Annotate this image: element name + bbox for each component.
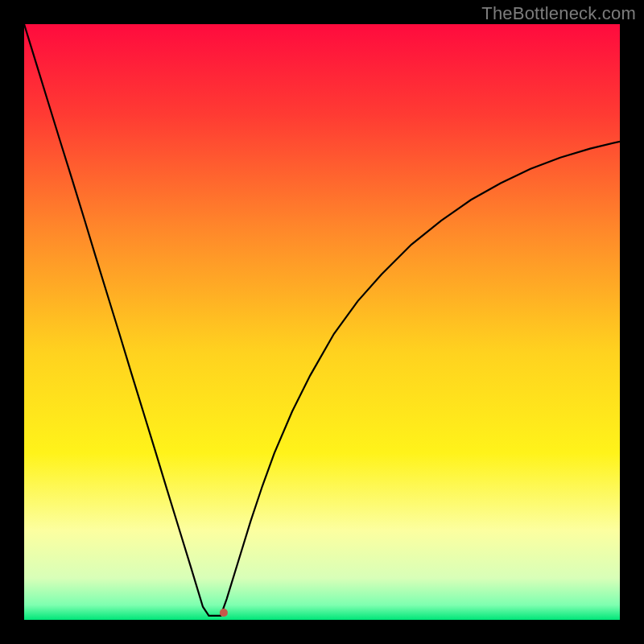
chart-frame: TheBottleneck.com	[0, 0, 644, 644]
plot-svg	[24, 24, 620, 620]
plot-outer	[24, 24, 620, 620]
optimum-dot	[220, 609, 228, 617]
plot-background	[24, 24, 620, 620]
watermark-text: TheBottleneck.com	[481, 3, 636, 24]
